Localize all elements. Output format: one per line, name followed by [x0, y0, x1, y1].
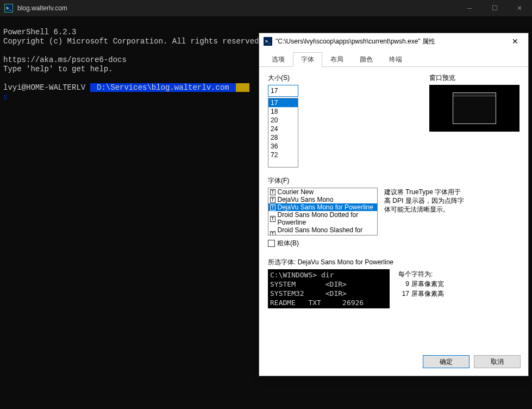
powershell-icon: >_ — [264, 37, 272, 46]
tab-options[interactable]: 选项 — [264, 52, 293, 67]
char-width-value: 9 — [398, 279, 409, 289]
ok-button[interactable]: 确定 — [423, 355, 470, 368]
truetype-icon: T — [270, 231, 276, 236]
dialog-title: "C:\Users\lvyi\scoop\apps\pwsh\current\p… — [276, 37, 504, 46]
tab-layout[interactable]: 布局 — [322, 52, 352, 67]
terminal-line: https://aka.ms/pscore6-docs — [3, 55, 127, 64]
char-info: 每个字符为: 9屏幕像素宽 17屏幕像素高 — [398, 269, 444, 299]
size-label: 大小(S) — [268, 73, 298, 83]
window-title: blog.walterlv.com — [17, 4, 457, 12]
preview-label: 窗口预览 — [429, 73, 520, 83]
cursor: ▯ — [3, 92, 8, 101]
properties-dialog: >_ "C:\Users\lvyi\scoop\apps\pwsh\curren… — [259, 33, 529, 376]
window-preview — [429, 85, 520, 132]
tab-font[interactable]: 字体 — [293, 52, 322, 67]
size-option[interactable]: 24 — [268, 125, 298, 133]
cancel-button[interactable]: 取消 — [474, 355, 521, 368]
bold-checkbox[interactable] — [268, 240, 275, 247]
font-label: 字体(F) — [268, 176, 520, 185]
font-option[interactable]: TCourier New — [268, 188, 377, 196]
tab-bar: 选项 字体 布局 颜色 终端 — [259, 49, 528, 67]
size-option[interactable]: 28 — [268, 133, 298, 142]
font-hint: 建议将 TrueType 字体用于高 DPI 显示器，因为点阵字体可能无法清晰显… — [384, 188, 466, 214]
maximize-button[interactable]: ☐ — [482, 0, 507, 16]
bold-label: 粗体(B) — [277, 239, 299, 248]
font-option[interactable]: TDejaVu Sans Mono for Powerline — [268, 203, 377, 211]
terminal-line: Copyright (c) Microsoft Corporation. All… — [3, 37, 264, 46]
char-info-title: 每个字符为: — [398, 269, 444, 279]
size-option[interactable]: 72 — [268, 151, 298, 159]
prompt-user: lvyi@HOME-WALTERLV — [3, 83, 90, 92]
tab-terminal[interactable]: 终端 — [381, 52, 410, 67]
prompt-separator — [236, 83, 249, 92]
truetype-icon: T — [270, 197, 276, 203]
size-input[interactable] — [268, 85, 298, 97]
font-option[interactable]: TDejaVu Sans Mono — [268, 196, 377, 203]
dialog-buttons: 确定 取消 — [259, 350, 528, 376]
char-height-label: 屏幕像素高 — [411, 290, 444, 298]
truetype-icon: T — [270, 205, 276, 210]
preview-window-icon — [453, 92, 496, 124]
char-width-label: 屏幕像素宽 — [411, 280, 444, 288]
truetype-icon: T — [270, 216, 276, 222]
close-button[interactable]: ✕ — [507, 0, 532, 16]
prompt-path: D:\Services\blog.walterlv.com — [90, 83, 236, 92]
font-option[interactable]: TDroid Sans Mono Dotted for Powerline — [268, 211, 377, 226]
terminal-line: Type 'help' to get help. — [3, 65, 113, 73]
terminal-line: PowerShell 6.2.3 — [3, 28, 76, 36]
size-option[interactable]: 36 — [268, 142, 298, 151]
char-height-value: 17 — [398, 289, 409, 299]
window-titlebar: >_ blog.walterlv.com ─ ☐ ✕ — [0, 0, 532, 16]
minimize-button[interactable]: ─ — [457, 0, 482, 16]
size-list[interactable]: 17 18 20 24 28 36 72 — [268, 98, 298, 168]
size-option[interactable]: 18 — [268, 107, 298, 116]
font-option[interactable]: TDroid Sans Mono Slashed for Powerline — [268, 226, 377, 236]
font-sample: C:\WINDOWS> dir SYSTEM <DIR> SYSTEM32 <D… — [268, 269, 390, 308]
dialog-close-button[interactable]: ✕ — [504, 34, 526, 49]
size-option[interactable]: 20 — [268, 116, 298, 125]
selected-font-label: 所选字体: DejaVu Sans Mono for Powerline — [268, 258, 520, 267]
dialog-body: 大小(S) 17 18 20 24 28 36 72 窗口预览 — [259, 67, 528, 350]
size-option[interactable]: 17 — [268, 98, 298, 107]
powershell-icon: >_ — [4, 4, 13, 13]
truetype-icon: T — [270, 189, 276, 195]
font-list[interactable]: TCourier New TDejaVu Sans Mono TDejaVu S… — [268, 188, 378, 236]
dialog-titlebar: >_ "C:\Users\lvyi\scoop\apps\pwsh\curren… — [259, 33, 528, 49]
tab-color[interactable]: 颜色 — [352, 52, 381, 67]
